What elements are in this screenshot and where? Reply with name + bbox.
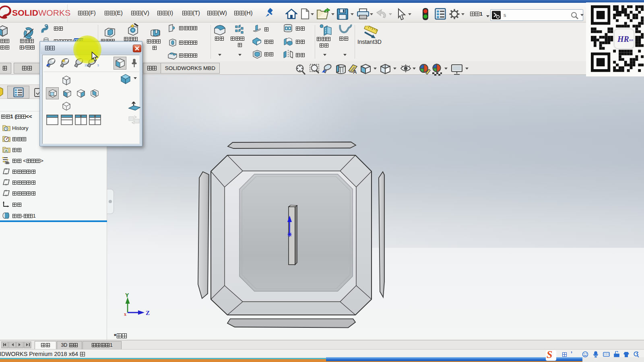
svg-text:A: A [353, 69, 357, 75]
svg-text:35: 35 [85, 64, 88, 67]
svg-text:x: x [124, 311, 126, 317]
svg-text:5: 5 [97, 64, 99, 67]
svg-text:Z: Z [146, 310, 150, 316]
svg-text:Y: Y [125, 292, 129, 298]
svg-text:A: A [5, 149, 8, 153]
